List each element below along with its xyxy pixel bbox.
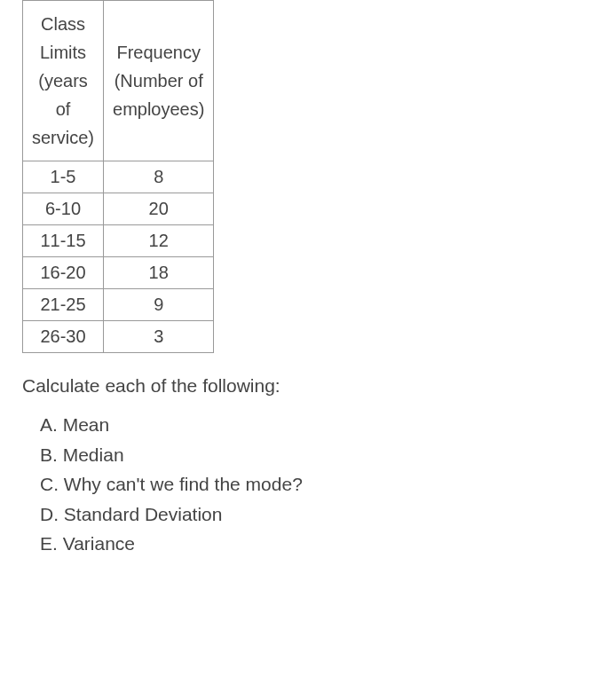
cell-limits: 1-5 bbox=[23, 161, 104, 193]
table-row: 11-15 12 bbox=[23, 225, 214, 257]
option-label: A. bbox=[40, 414, 58, 435]
table-row: 26-30 3 bbox=[23, 321, 214, 353]
instruction-text: Calculate each of the following: bbox=[22, 375, 616, 397]
option-label: C. bbox=[40, 474, 59, 494]
cell-limits: 21-25 bbox=[23, 289, 104, 321]
option-text: Why can't we find the mode? bbox=[64, 474, 303, 494]
cell-freq: 9 bbox=[104, 289, 214, 321]
col-header-sub: (years of service) bbox=[32, 67, 94, 152]
col-header-class-limits: Class Limits (years of service) bbox=[23, 1, 104, 161]
col-header-main: Frequency bbox=[113, 38, 204, 67]
option-item: B. Median bbox=[40, 440, 616, 470]
cell-freq: 3 bbox=[104, 321, 214, 353]
col-header-frequency: Frequency (Number of employees) bbox=[104, 1, 214, 161]
table-row: 1-5 8 bbox=[23, 161, 214, 193]
option-text: Standard Deviation bbox=[64, 504, 223, 524]
cell-freq: 12 bbox=[104, 225, 214, 257]
option-item: C. Why can't we find the mode? bbox=[40, 469, 616, 499]
cell-limits: 11-15 bbox=[23, 225, 104, 257]
frequency-table: Class Limits (years of service) Frequenc… bbox=[22, 0, 214, 353]
table-row: 6-10 20 bbox=[23, 193, 214, 225]
options-list: A. Mean B. Median C. Why can't we find t… bbox=[40, 410, 616, 559]
col-header-sub: (Number of employees) bbox=[113, 67, 204, 123]
col-header-main: Class Limits bbox=[32, 10, 94, 67]
cell-limits: 16-20 bbox=[23, 257, 104, 289]
option-text: Mean bbox=[63, 414, 110, 435]
cell-limits: 26-30 bbox=[23, 321, 104, 353]
option-text: Variance bbox=[63, 533, 135, 554]
option-label: E. bbox=[40, 533, 58, 554]
option-label: D. bbox=[40, 504, 59, 524]
option-item: A. Mean bbox=[40, 410, 616, 440]
cell-freq: 18 bbox=[104, 257, 214, 289]
cell-freq: 20 bbox=[104, 193, 214, 225]
cell-limits: 6-10 bbox=[23, 193, 104, 225]
table-row: 16-20 18 bbox=[23, 257, 214, 289]
option-label: B. bbox=[40, 444, 58, 465]
option-text: Median bbox=[63, 444, 124, 465]
cell-freq: 8 bbox=[104, 161, 214, 193]
table-row: 21-25 9 bbox=[23, 289, 214, 321]
option-item: D. Standard Deviation bbox=[40, 499, 616, 530]
option-item: E. Variance bbox=[40, 529, 616, 559]
